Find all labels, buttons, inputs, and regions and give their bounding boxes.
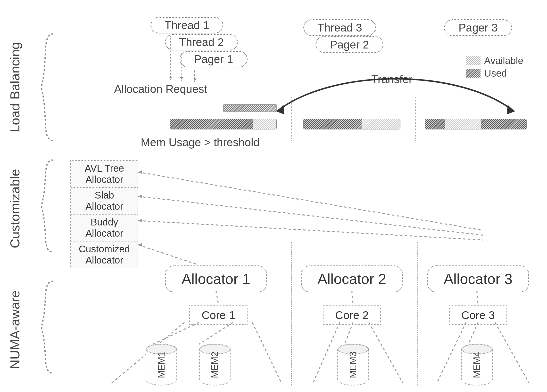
svg-marker-9 <box>138 243 142 247</box>
svg-line-2 <box>138 172 483 230</box>
pager-3-pill: Pager 3 <box>444 19 512 36</box>
legend-swatch-available <box>466 56 481 65</box>
svg-marker-7 <box>138 194 142 198</box>
svg-line-11 <box>352 291 353 304</box>
threshold-indicator-bar <box>223 104 277 112</box>
svg-marker-0 <box>277 105 284 114</box>
sep-lb-1 <box>291 97 292 141</box>
svg-marker-8 <box>138 219 142 223</box>
legend-available-label: Available <box>484 55 523 66</box>
mem4-cylinder: MEM4 <box>461 344 493 385</box>
allocator-1-bubble: Allocator 1 <box>165 265 267 292</box>
mem3-cylinder: MEM3 <box>337 344 369 385</box>
svg-line-19 <box>369 322 403 383</box>
pager-1-pill: Pager 1 <box>180 51 248 67</box>
svg-line-4 <box>138 221 483 240</box>
alloc-request-arrow-2 <box>181 53 182 81</box>
section-label-load-balancing: Load Balancing <box>7 36 22 138</box>
svg-marker-1 <box>507 105 514 114</box>
cell-buddy: Buddy Allocator <box>71 215 138 241</box>
svg-line-21 <box>468 322 478 344</box>
svg-line-18 <box>345 322 353 344</box>
transfer-arrow <box>269 73 522 121</box>
legend-used-label: Used <box>484 68 507 79</box>
brace-numa-aware <box>29 279 58 376</box>
cell-slab: Slab Allocator <box>71 188 138 215</box>
memusage-bar-2 <box>303 119 400 129</box>
mem2-cylinder: MEM2 <box>199 344 231 385</box>
pager-2-pill: Pager 2 <box>315 36 383 53</box>
section-label-customizable: Customizable <box>7 160 22 257</box>
svg-line-12 <box>477 291 478 304</box>
allocator-3-bubble: Allocator 3 <box>427 265 529 292</box>
memory-allocator-diagram: Load Balancing Customizable NUMA-aware T… <box>0 0 547 392</box>
svg-line-22 <box>495 322 529 383</box>
alloc-request-arrow-1 <box>170 36 171 80</box>
alloc-request-arrow-3 <box>194 70 195 82</box>
alloc-type-fanout <box>138 167 527 269</box>
memusage-bar-3 <box>425 119 527 129</box>
thread-1-pill: Thread 1 <box>150 17 223 33</box>
allocator-2-bubble: Allocator 2 <box>301 265 403 292</box>
sep-lb-2 <box>415 97 416 141</box>
allocation-request-label: Allocation Request <box>114 82 207 96</box>
brace-load-balancing <box>29 32 58 143</box>
memusage-bar-1 <box>170 119 277 129</box>
mem1-cylinder: MEM1 <box>146 344 177 385</box>
svg-line-5 <box>138 245 197 264</box>
brace-customizable <box>29 158 58 255</box>
svg-marker-6 <box>138 170 142 174</box>
thread-3-pill: Thread 3 <box>303 19 376 36</box>
svg-line-14 <box>199 322 233 344</box>
svg-line-13 <box>153 322 199 344</box>
cell-avl: AVL Tree Allocator <box>71 161 138 188</box>
section-label-numa-aware: NUMA-aware <box>7 281 22 378</box>
allocator-type-stack: AVL Tree Allocator Slab Allocator Buddy … <box>70 160 138 268</box>
svg-line-16 <box>252 322 282 383</box>
mem-usage-threshold-label: Mem Usage > threshold <box>141 136 260 149</box>
svg-line-17 <box>313 322 340 383</box>
cell-custom: Customized Allocator <box>71 241 138 268</box>
svg-line-3 <box>138 196 483 235</box>
thread-2-pill: Thread 2 <box>165 34 238 50</box>
legend-swatch-used <box>466 69 481 78</box>
svg-line-10 <box>216 291 218 304</box>
